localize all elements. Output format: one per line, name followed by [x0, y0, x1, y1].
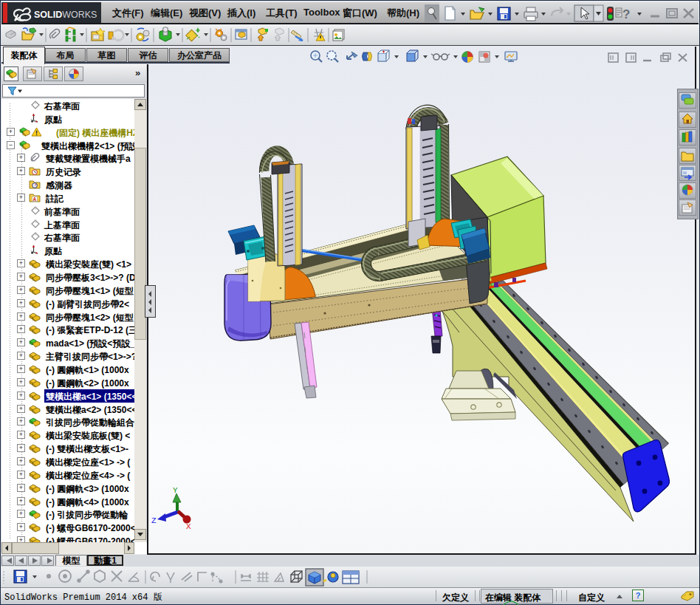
svg-text:?: ?: [622, 7, 630, 21]
svg-text:SOLIDWORKS: SOLIDWORKS: [34, 10, 97, 20]
svg-text:Y: Y: [173, 486, 178, 495]
svg-text:Z: Z: [151, 516, 157, 525]
svg-text:X: X: [186, 522, 191, 531]
